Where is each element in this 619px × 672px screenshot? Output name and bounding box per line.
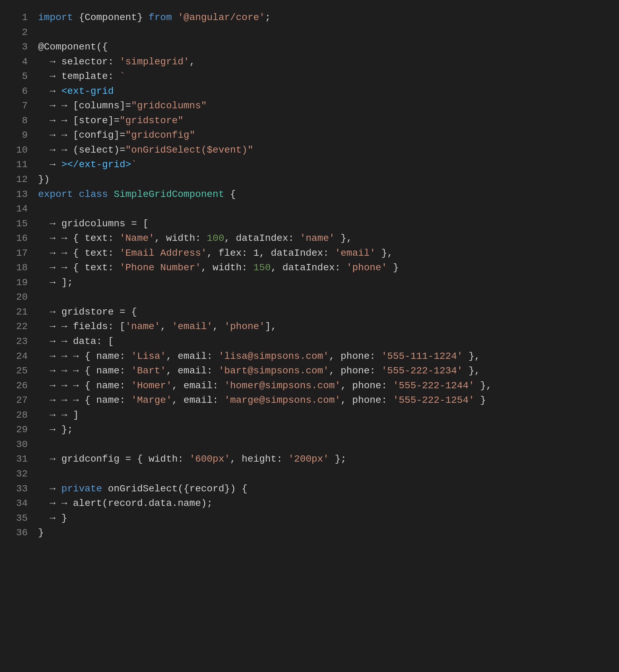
token: '200px' <box>288 454 329 464</box>
token: "gridconfig" <box>125 130 195 140</box>
token: import <box>38 12 79 23</box>
line-content: → → { text: 'Email Address', flex: 1, da… <box>38 246 612 261</box>
token: } <box>387 262 399 273</box>
line-number: 9 <box>7 128 28 143</box>
line-content: → selector: 'simplegrid', <box>38 55 612 70</box>
code-line: 17 → → { text: 'Email Address', flex: 1,… <box>0 246 619 261</box>
token: '@angular/core' <box>178 12 265 23</box>
line-number: 29 <box>7 423 28 437</box>
line-number: 12 <box>7 172 28 187</box>
token: → → { text: <box>38 233 119 244</box>
token: ></ext-grid> <box>61 159 131 170</box>
code-line: 32 <box>0 467 619 482</box>
token: → → alert(record.data.name); <box>38 498 213 509</box>
code-line: 22 → → fields: ['name', 'email', 'phone'… <box>0 319 619 334</box>
token: 100 <box>207 233 224 244</box>
code-line: 33 → private onGridSelect({record}) { <box>0 482 619 497</box>
line-number: 16 <box>7 231 28 246</box>
token: ` <box>131 159 137 170</box>
line-content: → → ] <box>38 408 612 423</box>
code-line: 13export class SimpleGridComponent { <box>0 187 619 202</box>
token: → → fields: [ <box>38 321 125 332</box>
token: → → [config]= <box>38 130 125 140</box>
token: → ]; <box>38 277 73 288</box>
token: 'Homer' <box>131 380 172 391</box>
token: { <box>102 42 108 52</box>
line-number: 27 <box>7 393 28 408</box>
token: ) { <box>230 483 248 494</box>
line-content: → } <box>38 511 612 526</box>
token: ; <box>265 12 271 23</box>
token: <ext-grid <box>61 86 114 97</box>
token: 'phone' <box>347 262 387 273</box>
code-line: 35 → } <box>0 511 619 526</box>
line-number: 17 <box>7 246 28 261</box>
line-number: 24 <box>7 349 28 364</box>
line-content: export class SimpleGridComponent { <box>38 187 612 202</box>
token: {record} <box>183 483 230 494</box>
line-number: 18 <box>7 261 28 275</box>
line-content: → }; <box>38 423 612 437</box>
code-line: 7 → → [columns]="gridcolumns" <box>0 99 619 113</box>
line-content: } <box>38 526 612 541</box>
token: , flex: 1, dataIndex: <box>207 248 335 258</box>
line-content: → → → { name: 'Homer', email: 'homer@sim… <box>38 379 612 393</box>
token: 'phone' <box>224 321 265 332</box>
line-content: → gridstore = { <box>38 305 612 320</box>
code-line: 21 → gridstore = { <box>0 305 619 320</box>
token: → → [columns]= <box>38 100 131 111</box>
token: → → (select)= <box>38 145 125 155</box>
token: → → → { name: <box>38 380 131 391</box>
token: "gridstore" <box>119 115 183 126</box>
line-number: 32 <box>7 467 28 482</box>
token: { <box>230 189 236 200</box>
token: , dataIndex: <box>271 262 346 273</box>
line-content: → template: ` <box>38 69 612 84</box>
code-line: 23 → → data: [ <box>0 334 619 349</box>
token: }, <box>376 248 393 258</box>
token: }; <box>329 454 346 464</box>
line-content: → gridconfig = { width: '600px', height:… <box>38 452 612 467</box>
code-line: 27 → → → { name: 'Marge', email: 'marge@… <box>0 393 619 408</box>
line-number: 10 <box>7 143 28 158</box>
token: → → { text: <box>38 248 119 258</box>
token: → → { text: <box>38 262 119 273</box>
code-line: 18 → → { text: 'Phone Number', width: 15… <box>0 261 619 275</box>
line-number: 8 <box>7 113 28 128</box>
line-content: → → [columns]="gridcolumns" <box>38 99 612 113</box>
code-line: 6 → <ext-grid <box>0 84 619 99</box>
line-content: import {Component} from '@angular/core'; <box>38 10 612 25</box>
code-line: 4 → selector: 'simplegrid', <box>0 55 619 70</box>
token: }, <box>335 233 352 244</box>
token: → }; <box>38 424 73 435</box>
line-number: 4 <box>7 55 28 70</box>
token: → → → { name: <box>38 365 131 376</box>
token: }, <box>463 351 480 362</box>
line-content: → → → { name: 'Bart', email: 'bart@simps… <box>38 364 612 379</box>
token: } <box>38 527 44 538</box>
token: private <box>61 483 108 494</box>
token: → → data: [ <box>38 336 114 347</box>
line-content: → → [store]="gridstore" <box>38 113 612 128</box>
line-number: 36 <box>7 526 28 541</box>
code-line: 26 → → → { name: 'Homer', email: 'homer@… <box>0 379 619 393</box>
token: 'Bart' <box>131 365 166 376</box>
token: → gridstore = { <box>38 307 137 317</box>
token: , email: <box>172 395 224 406</box>
token: , email: <box>166 351 218 362</box>
line-content: → gridcolumns = [ <box>38 217 612 231</box>
token: 'marge@simpsons.com' <box>224 395 341 406</box>
line-content: → → alert(record.data.name); <box>38 496 612 511</box>
token: , phone: <box>329 365 381 376</box>
token: 'Lisa' <box>131 351 166 362</box>
token: → gridconfig = { width: <box>38 454 189 464</box>
token: 'Marge' <box>131 395 172 406</box>
line-content: }) <box>38 172 612 187</box>
line-content: → → → { name: 'Lisa', email: 'lisa@simps… <box>38 349 612 364</box>
line-content: → → → { name: 'Marge', email: 'marge@sim… <box>38 393 612 408</box>
token: from <box>149 12 178 23</box>
token: '555-222-1244' <box>393 380 474 391</box>
token: → → [store]= <box>38 115 119 126</box>
code-line: 36} <box>0 526 619 541</box>
code-line: 29 → }; <box>0 423 619 437</box>
